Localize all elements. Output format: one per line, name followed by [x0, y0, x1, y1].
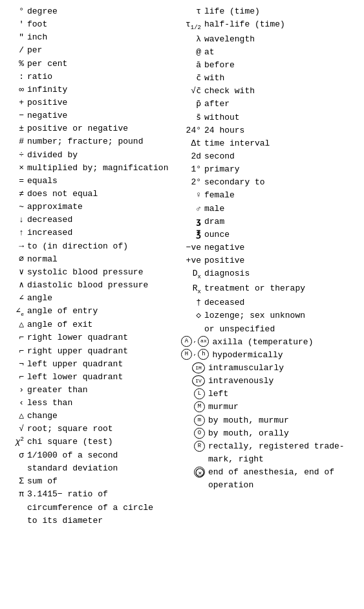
list-item: σ 1/1000 of a second standard deviation	[6, 449, 181, 475]
def-approximate: approximate	[27, 201, 181, 214]
symbol-null: ∅	[6, 253, 27, 266]
symbol-tau: τ	[181, 5, 204, 18]
list-item: 1° primary	[181, 163, 364, 176]
list-item: IM intramuscularly	[181, 362, 364, 375]
def-per: per	[27, 44, 181, 57]
list-item: π 3.1415− ratio of circumference of a ci…	[6, 488, 181, 527]
def-angle: angle	[27, 292, 181, 305]
symbol-check-with: √c̄	[181, 85, 204, 98]
list-item: c̄ with	[181, 72, 364, 85]
circle-ax-icon: ax	[198, 336, 209, 347]
symbol-times: ×	[6, 162, 27, 175]
symbol-tilde: ~	[6, 201, 27, 214]
list-item: Δt time interval	[181, 137, 364, 150]
list-item: = equals	[6, 175, 181, 188]
list-item: +ve positive	[181, 254, 364, 267]
list-item: ⌐ right lower quadrant	[6, 331, 181, 344]
def-neg: negative	[204, 241, 364, 254]
list-item: → to (in direction of)	[6, 240, 181, 253]
symbol-orally: O	[181, 427, 208, 440]
list-item: m by mouth, murmur	[181, 414, 364, 427]
def-rectally: rectally, registered trade- mark, right	[208, 440, 364, 466]
symbol-dx: Dx	[181, 267, 204, 282]
list-item: × multiplied by; magnification	[6, 162, 181, 175]
list-item: τ life (time)	[181, 5, 364, 18]
list-item: + positive	[6, 96, 181, 109]
list-item: : ratio	[6, 71, 181, 83]
list-item: χ2 chi square (test)	[6, 436, 181, 448]
list-item: ∠ angle	[6, 292, 181, 305]
def-primary: primary	[204, 163, 364, 176]
symbol-hash: #	[6, 135, 27, 148]
def-infinity: infinity	[27, 83, 181, 96]
list-item: ℥ ounce	[181, 228, 364, 241]
symbol-rlq: ⌐	[6, 331, 27, 344]
list-item: 2d second	[181, 150, 364, 163]
symbol-rx: Rx	[181, 282, 204, 297]
def-normal: normal	[27, 253, 181, 266]
symbol-ounce: ℥	[181, 228, 204, 241]
list-item: ∞ infinity	[6, 83, 181, 96]
list-item: Rx treatment or therapy	[181, 282, 364, 297]
symbol-wavelength: λ	[181, 33, 204, 46]
list-item: 2° secondary to	[181, 176, 364, 189]
symbol-murmur: M	[181, 401, 208, 414]
def-iv: intravenously	[208, 375, 364, 388]
def-inch: inch	[27, 31, 181, 44]
circle-sm-icon: m	[194, 415, 205, 426]
list-item: ʒ dram	[181, 216, 364, 228]
def-pos-or-neg: positive or negative	[27, 122, 181, 135]
def-direction: to (in direction of)	[27, 240, 181, 253]
list-item: ∅ normal	[6, 253, 181, 266]
def-male: male	[204, 203, 364, 216]
symbol-before: ā	[181, 59, 204, 72]
def-end-anesthesia: end of anesthesia, end of operation	[208, 466, 364, 492]
def-llq: left lower quadrant	[27, 371, 181, 384]
list-item: s̄ without	[181, 111, 364, 124]
symbol-hypo: H , h	[181, 349, 212, 360]
def-left: left	[208, 388, 364, 401]
symbol-pi: π	[6, 488, 27, 501]
def-degree: degree	[27, 5, 181, 18]
list-item: ′ foot	[6, 18, 181, 31]
list-item: / per	[6, 44, 181, 57]
def-change: change	[27, 410, 181, 423]
symbol-axilla: A , ax	[181, 336, 212, 347]
symbol-chi-square: χ2	[6, 436, 27, 448]
list-item: 24° 24 hours	[181, 124, 364, 137]
def-life-time: life (time)	[204, 5, 364, 18]
symbol-greater: ›	[6, 384, 27, 397]
list-item: ≠ does not equal	[6, 188, 181, 201]
symbol-mouth-murmur: m	[181, 414, 208, 427]
def-diastolic: diastolic blood pressure	[27, 279, 181, 292]
list-item: H , h hypodermically	[181, 349, 364, 362]
symbol-equals: =	[6, 175, 27, 188]
main-content: ° degree ′ foot ″ inch / per % per cent …	[6, 5, 358, 527]
symbol-plus: +	[6, 96, 27, 109]
symbol-left: L	[181, 388, 208, 401]
list-item: R rectally, registered trade- mark, righ…	[181, 440, 364, 466]
list-item: ◇ lozenge; sex unknown or unspecified	[181, 309, 364, 335]
def-multiplied-by: multiplied by; magnification	[27, 162, 181, 175]
symbol-iv: IV	[181, 375, 208, 388]
list-item: − negative	[6, 109, 181, 122]
list-item: ⌐ left lower quadrant	[6, 371, 181, 384]
symbol-dram: ʒ	[181, 216, 204, 228]
def-half-life: half-life (time)	[204, 18, 364, 31]
symbol-llq: ⌐	[6, 371, 27, 384]
list-item: ¬ left upper quadrant	[6, 358, 181, 371]
symbol-after: p̄	[181, 98, 204, 111]
def-negative: negative	[27, 109, 181, 122]
left-column: ° degree ′ foot ″ inch / per % per cent …	[6, 5, 181, 527]
def-decreased: decreased	[27, 214, 181, 227]
list-item: ā before	[181, 59, 364, 72]
list-item: λ wavelength	[181, 33, 364, 46]
def-ruq: right upper quadrant	[27, 345, 181, 358]
def-angle-entry: angle of entry	[27, 305, 181, 318]
symbol-delta-t: Δt	[181, 137, 204, 150]
circle-im-icon: IM	[192, 362, 205, 373]
def-sigma: 1/1000 of a second standard deviation	[27, 449, 181, 475]
list-item: ♂ male	[181, 203, 364, 216]
symbol-half-life: τ1/2	[181, 18, 204, 33]
list-item: # number; fracture; pound	[6, 135, 181, 148]
